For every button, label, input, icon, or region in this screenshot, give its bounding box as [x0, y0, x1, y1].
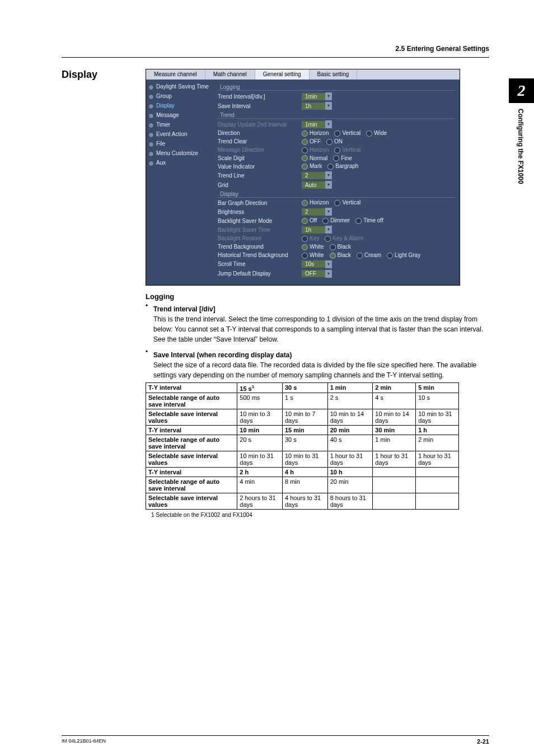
- direction-vertical[interactable]: Vertical: [334, 130, 360, 137]
- table-cell: 2 min: [373, 382, 416, 393]
- tab-basic[interactable]: Basic setting: [310, 69, 358, 80]
- nav-menu[interactable]: Menu Customize: [146, 148, 213, 158]
- nav-display[interactable]: Display: [146, 101, 213, 110]
- bar-dir-label: Bar Graph Direction: [218, 200, 302, 206]
- nav-timer[interactable]: Timer: [146, 120, 213, 129]
- nav-aux[interactable]: Aux: [146, 158, 213, 167]
- nav-group[interactable]: Group: [146, 91, 213, 101]
- table-cell: Selectable save interval values: [146, 493, 237, 510]
- save-interval-label: Save Interval: [218, 103, 302, 109]
- bar-horizon[interactable]: Horizon: [302, 199, 329, 206]
- chevron-down-icon[interactable]: ▾: [325, 226, 332, 234]
- table-cell: 10 min to 14 days: [373, 409, 416, 426]
- hist-gray[interactable]: Light Gray: [387, 252, 420, 259]
- table-cell: 20 min: [327, 426, 373, 435]
- bullet-icon: •: [146, 302, 153, 314]
- value-mark[interactable]: Mark: [302, 163, 322, 170]
- table-cell: [416, 477, 459, 493]
- chevron-down-icon[interactable]: ▾: [325, 260, 332, 268]
- chevron-down-icon[interactable]: ▾: [325, 92, 332, 100]
- save-interval-select[interactable]: 1h: [302, 102, 325, 110]
- saver-dimmer[interactable]: Dimmer: [322, 217, 350, 224]
- table-cell: 2 s: [327, 393, 373, 409]
- trend-line-select[interactable]: 2: [302, 172, 325, 179]
- hist-bg-label: Historical Trend Background: [218, 252, 302, 258]
- trend-clear-off[interactable]: OFF: [302, 138, 321, 145]
- table-cell: Selectable save interval values: [146, 409, 237, 426]
- saver-time-label: Backlight Saver Time: [218, 227, 302, 233]
- trend-interval-select[interactable]: 1min: [302, 93, 325, 100]
- table-cell: 10 h: [327, 468, 373, 477]
- table-cell: 1 hour to 31 days: [327, 451, 373, 468]
- nav-file[interactable]: File: [146, 139, 213, 148]
- scale-digit-label: Scale Digit: [218, 155, 302, 161]
- display-update-select[interactable]: 1min: [302, 121, 325, 128]
- save-interval-heading: Save Interval (when recording display da…: [153, 351, 292, 359]
- restore-label: Backlight Restore: [218, 235, 302, 241]
- table-cell: T-Y interval: [146, 382, 237, 393]
- table-cell: 10 min to 31 days: [282, 451, 327, 468]
- nav-message[interactable]: Message: [146, 110, 213, 120]
- trend-clear-on[interactable]: ON: [326, 138, 343, 145]
- logging-heading: Logging: [146, 292, 489, 301]
- trend-bg-white[interactable]: White: [302, 244, 324, 250]
- table-cell: 1 min: [373, 435, 416, 451]
- scale-fine[interactable]: Fine: [333, 155, 352, 162]
- table-cell: Selectable range of auto save interval: [146, 477, 237, 493]
- hist-cream[interactable]: Cream: [357, 252, 381, 259]
- scale-normal[interactable]: Normal: [302, 155, 327, 162]
- scroll-time-select[interactable]: 10s: [302, 260, 325, 268]
- grid-select[interactable]: Auto: [302, 181, 325, 189]
- table-cell: Selectable save interval values: [146, 451, 237, 468]
- saver-timeoff[interactable]: Time off: [355, 217, 383, 224]
- table-cell: 30 s: [282, 435, 327, 451]
- table-cell: 2 hours to 31 days: [237, 493, 283, 510]
- group-trend: Trend: [218, 112, 455, 119]
- table-cell: 10 s: [416, 393, 459, 409]
- hist-white[interactable]: White: [302, 252, 324, 259]
- direction-wide[interactable]: Wide: [366, 130, 387, 137]
- tab-general[interactable]: General setting: [255, 69, 310, 80]
- chevron-down-icon[interactable]: ▾: [325, 120, 332, 128]
- table-cell: 8 hours to 31 days: [327, 493, 373, 510]
- table-footnote: 1 Selectable on the FX1002 and FX1004: [151, 512, 489, 518]
- table-row: T-Y interval15 s130 s1 min2 min5 min: [146, 382, 459, 393]
- restore-key: Key: [302, 235, 319, 242]
- table-row: T-Y interval10 min15 min20 min30 min1 h: [146, 426, 459, 435]
- bullet-icon: •: [146, 348, 153, 360]
- value-bargraph[interactable]: Bargraph: [327, 163, 358, 170]
- settings-panel: Logging Trend Interval[/div.] 1min▾ Save…: [213, 80, 460, 285]
- bar-vertical[interactable]: Vertical: [334, 199, 360, 206]
- trend-interval-paragraph: This is the trend interval. Select the t…: [153, 314, 489, 344]
- tab-math[interactable]: Math channel: [205, 69, 255, 80]
- chevron-down-icon[interactable]: ▾: [325, 181, 332, 189]
- brightness-select[interactable]: 2: [302, 208, 325, 216]
- table-cell: 5 min: [416, 382, 459, 393]
- table-cell: [373, 493, 416, 510]
- chevron-down-icon[interactable]: ▾: [325, 171, 332, 179]
- table-cell: T-Y interval: [146, 468, 237, 477]
- jump-select[interactable]: OFF: [302, 270, 325, 277]
- chevron-down-icon[interactable]: ▾: [325, 208, 332, 216]
- direction-label: Direction: [218, 130, 302, 136]
- nav-event[interactable]: Event Action: [146, 129, 213, 139]
- table-cell: T-Y interval: [146, 426, 237, 435]
- trend-bg-label: Trend Background: [218, 244, 302, 250]
- chevron-down-icon[interactable]: ▾: [325, 270, 332, 278]
- nav-list: Daylight Saving Time Group Display Messa…: [146, 80, 213, 285]
- chevron-down-icon[interactable]: ▾: [325, 102, 332, 110]
- table-cell: 1 hour to 31 days: [416, 451, 459, 468]
- table-cell: Selectable range of auto save interval: [146, 435, 237, 451]
- table-cell: 8 min: [282, 477, 327, 493]
- tab-measure[interactable]: Measure channel: [146, 69, 205, 80]
- settings-screenshot: Measure channel Math channel General set…: [146, 69, 460, 286]
- trend-bg-black[interactable]: Black: [330, 244, 351, 250]
- direction-horizon[interactable]: Horizon: [302, 130, 329, 137]
- hist-black[interactable]: Black: [330, 252, 351, 259]
- group-logging: Logging: [218, 84, 455, 91]
- nav-dst[interactable]: Daylight Saving Time: [146, 82, 213, 91]
- saver-off[interactable]: Off: [302, 217, 317, 224]
- table-cell: Selectable range of auto save interval: [146, 393, 237, 409]
- saver-time-select[interactable]: 1h: [302, 226, 325, 234]
- chapter-label: Configuring the FX1000: [509, 103, 532, 190]
